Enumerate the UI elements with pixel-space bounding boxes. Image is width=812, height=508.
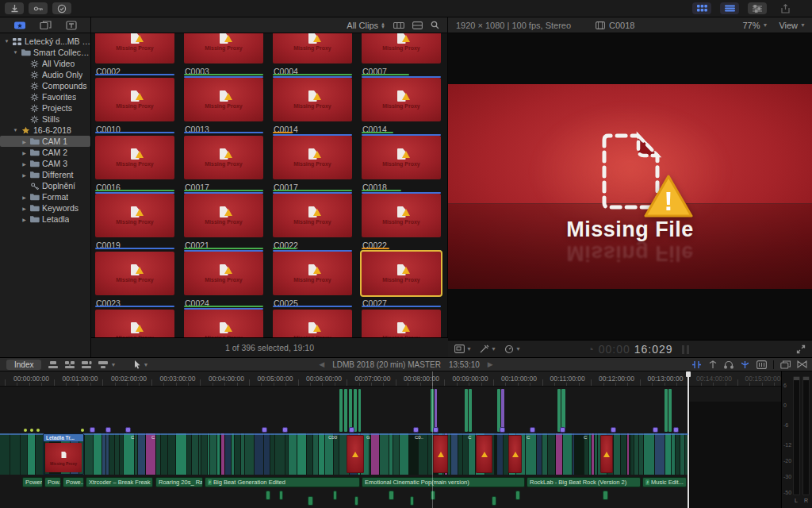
sidebar-item-dopln-n[interactable]: Doplnění xyxy=(0,180,90,191)
view-dropdown[interactable]: View▼ xyxy=(779,21,806,30)
music-clip-big-beat-generation-edited[interactable]: ♪Big Beat Generation Edited xyxy=(205,477,360,487)
position-icon[interactable] xyxy=(708,360,718,369)
timeline-clip[interactable] xyxy=(201,433,206,475)
connected-clip[interactable] xyxy=(354,389,357,432)
timeline-clip[interactable] xyxy=(680,433,684,475)
connect-edit-icon[interactable] xyxy=(48,360,59,369)
skimming-icon[interactable] xyxy=(740,360,750,369)
timeline-clip[interactable] xyxy=(393,433,399,475)
timeline-clip[interactable] xyxy=(389,433,393,475)
solo-headphones-icon[interactable] xyxy=(724,360,733,369)
clip-thumbnail[interactable]: Missing Proxy xyxy=(362,136,441,179)
timeline-clip[interactable] xyxy=(10,433,21,475)
marker-icon[interactable] xyxy=(653,427,658,433)
index-bowtie-icon[interactable] xyxy=(797,360,807,368)
prev-project-arrow[interactable]: ◀ xyxy=(319,360,324,368)
connected-clip[interactable] xyxy=(358,389,361,432)
timeline-clip[interactable] xyxy=(289,433,297,475)
sidebar-item-letadla[interactable]: ▶Letadla xyxy=(0,214,90,225)
music-clip-music-edit[interactable]: ♪Music Edit... xyxy=(642,477,687,487)
timeline-clip[interactable] xyxy=(665,433,672,475)
connected-clip[interactable] xyxy=(668,389,672,432)
timeline-clip[interactable] xyxy=(458,433,462,475)
missing-proxy-clip[interactable] xyxy=(600,435,613,473)
disclosure-icon[interactable]: ▶ xyxy=(21,161,27,167)
timeline-clip[interactable] xyxy=(115,433,119,475)
timeline-clip[interactable] xyxy=(120,433,123,475)
audio-clip[interactable] xyxy=(410,496,414,506)
sidebar-tab-titles[interactable] xyxy=(66,21,77,30)
timeline-clip[interactable] xyxy=(644,433,654,475)
audio-clip[interactable] xyxy=(333,491,337,500)
clip-thumbnail[interactable]: Missing Proxy xyxy=(184,310,263,337)
list-view-button[interactable] xyxy=(720,2,739,14)
clip-height-icon[interactable] xyxy=(412,21,423,29)
timeline-clip[interactable] xyxy=(217,433,220,475)
tool-select-arrow[interactable]: ▼ xyxy=(133,360,148,369)
clip-filter-dropdown[interactable]: All Clips ▲▼ xyxy=(347,21,385,30)
clip-thumbnail[interactable]: Missing Proxy xyxy=(362,194,441,237)
connected-clip[interactable] xyxy=(497,389,500,432)
filmstrip-toggle-icon[interactable] xyxy=(393,21,404,29)
timeline-clip[interactable] xyxy=(497,433,502,475)
connected-clip[interactable] xyxy=(435,389,437,432)
connected-clip[interactable] xyxy=(469,389,472,432)
connected-clip[interactable] xyxy=(501,389,504,432)
timeline-clip[interactable] xyxy=(672,433,675,475)
disclosure-icon[interactable]: ▼ xyxy=(13,128,18,133)
timeline-clip[interactable] xyxy=(379,433,388,475)
timeline-clip[interactable] xyxy=(85,433,92,475)
marker-icon[interactable] xyxy=(673,427,679,433)
music-clip-powerful[interactable]: Powerful... xyxy=(22,477,43,487)
clip-thumbnail[interactable]: Missing Proxy xyxy=(95,33,174,64)
marker-icon[interactable] xyxy=(125,427,131,433)
timeline-clip[interactable] xyxy=(106,433,109,475)
sidebar-item-projects[interactable]: Projects xyxy=(0,102,90,114)
timeline-clip[interactable] xyxy=(135,433,137,475)
sidebar-item-smart-collections[interactable]: ▼Smart Collections xyxy=(0,47,90,58)
browser-settings-button[interactable] xyxy=(748,2,767,14)
disclosure-icon[interactable]: ▶ xyxy=(21,150,27,156)
multicam-clip[interactable] xyxy=(220,433,225,475)
clip-thumbnail[interactable]: Missing Proxy xyxy=(273,78,352,121)
clip-thumbnail[interactable]: Missing Proxy xyxy=(362,252,441,295)
clip-thumbnail[interactable]: Missing Proxy xyxy=(362,78,441,121)
music-clip-roaring-20s-ray-mi[interactable]: Roaring 20s_ Ray Mi... xyxy=(155,477,203,487)
timeline-clip[interactable] xyxy=(614,433,621,475)
sidebar-item-16-6-2018[interactable]: ▼16-6-2018 xyxy=(0,125,90,136)
marker-icon[interactable] xyxy=(262,427,267,433)
sidebar-item-cam-2[interactable]: ▶CAM 2 xyxy=(0,147,90,158)
timeline-clip[interactable] xyxy=(168,433,174,475)
timeline-clip[interactable] xyxy=(285,433,288,475)
todo-marker-icon[interactable] xyxy=(81,429,84,432)
marker-icon[interactable] xyxy=(500,427,505,433)
playhead[interactable] xyxy=(688,371,689,508)
timeline-clip[interactable] xyxy=(270,433,274,475)
clip-thumbnail[interactable]: Missing Proxy xyxy=(273,252,352,295)
marker-icon[interactable] xyxy=(560,427,565,433)
todo-marker-icon[interactable] xyxy=(24,429,27,432)
search-icon[interactable] xyxy=(431,21,439,29)
clip-thumbnail[interactable]: Missing Proxy xyxy=(95,136,174,179)
audio-clip[interactable] xyxy=(492,496,496,506)
timeline-ruler[interactable]: 00:00:00:0000:01:00:0000:02:00:0000:03:0… xyxy=(0,371,781,387)
multicam-clip[interactable] xyxy=(370,433,380,475)
timeline-clip[interactable] xyxy=(495,433,497,475)
audio-clip[interactable] xyxy=(279,491,283,500)
timeline-clip[interactable] xyxy=(235,433,240,475)
sidebar-item-favorites[interactable]: Favorites xyxy=(0,91,90,102)
disclosure-icon[interactable]: ▶ xyxy=(21,206,27,211)
sidebar-item-cam-3[interactable]: ▶CAM 3 xyxy=(0,158,90,169)
missing-proxy-clip[interactable] xyxy=(433,435,448,473)
audio-clip[interactable] xyxy=(389,491,394,500)
sidebar-tab-photos-audio[interactable] xyxy=(40,21,52,30)
timeline-clip[interactable] xyxy=(161,433,167,475)
primary-storyline[interactable]: Letadla Tr...Missing ProxyCCC00GC0..CCC xyxy=(0,433,688,475)
import-button[interactable] xyxy=(5,2,24,14)
audio-clip[interactable] xyxy=(266,491,270,500)
sidebar-item-audio-only[interactable]: Audio Only xyxy=(0,69,90,80)
clip-appearance-icon[interactable] xyxy=(756,360,767,369)
music-clip-powe[interactable]: Powe... xyxy=(63,477,84,487)
timeline-clip[interactable] xyxy=(102,433,105,475)
clip-thumbnail[interactable]: Missing Proxy xyxy=(273,33,352,64)
